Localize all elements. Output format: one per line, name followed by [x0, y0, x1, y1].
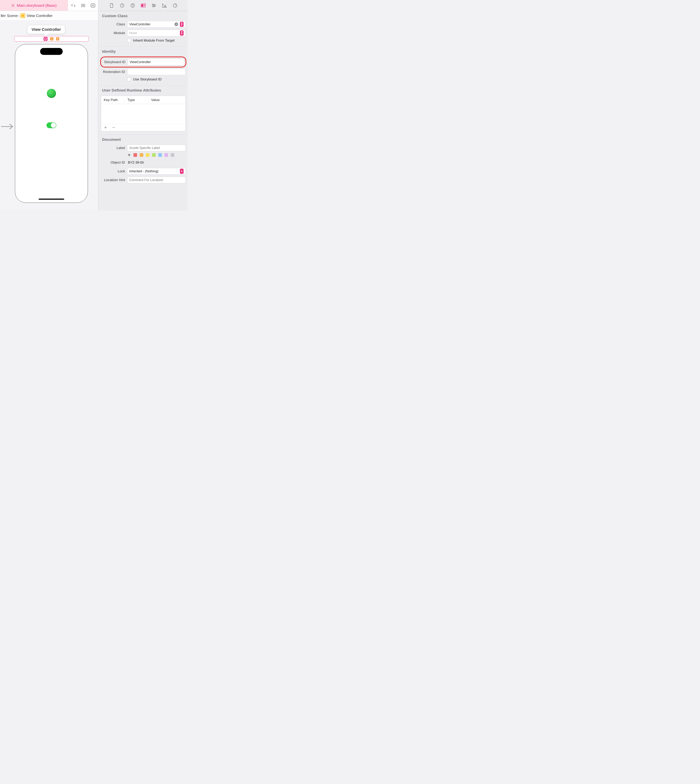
class-field[interactable]: ViewController ➔ [127, 21, 185, 28]
attributes-inspector-icon[interactable] [152, 3, 156, 8]
swatch-green[interactable] [152, 153, 156, 157]
module-placeholder: None [129, 31, 137, 35]
breadcrumb-view-controller: View Controller [27, 13, 52, 18]
class-label: Class [101, 22, 125, 26]
class-dropdown-caret-icon[interactable] [180, 22, 183, 27]
swatch-clear-icon[interactable]: ✕ [127, 153, 131, 157]
storyboard-id-highlight: Storyboard ID [100, 57, 186, 67]
uiswitch-on[interactable] [47, 122, 56, 128]
section-custom-class: Custom Class Class ViewController ➔ Modu… [99, 11, 188, 47]
localizer-hint-label: Localizer Hint [101, 178, 125, 182]
inherit-module-label: Inherit Module From Target [133, 38, 175, 42]
connections-inspector-icon[interactable] [173, 3, 177, 8]
lock-value: Inherited - (Nothing) [129, 169, 158, 173]
lock-select[interactable]: Inherited - (Nothing) [127, 168, 185, 175]
device-notch [40, 48, 63, 55]
green-circle-view[interactable] [47, 89, 56, 98]
use-storyboard-id-label: Use Storyboard ID [133, 77, 162, 81]
module-dropdown-caret-icon[interactable] [180, 30, 183, 35]
section-udra: User Defined Runtime Attributes Key Path… [99, 85, 188, 135]
chevron-right-icon: › [18, 13, 20, 18]
breadcrumb[interactable]: ller Scene › View Controller [0, 11, 98, 20]
udra-table[interactable]: Key Path Type Value ＋ － [101, 96, 185, 131]
localizer-hint-input[interactable] [127, 177, 185, 183]
udra-col-key[interactable]: Key Path [101, 98, 125, 102]
initial-view-controller-arrow[interactable] [1, 123, 15, 130]
document-color-swatches: ✕ [99, 153, 188, 158]
inherit-module-checkbox[interactable] [127, 39, 131, 42]
editor-top-bar: Main.storyboard (Base) [0, 0, 98, 11]
inspector-panel: Custom Class Class ViewController ➔ Modu… [99, 0, 188, 210]
scene-dock[interactable]: 1 E [14, 36, 88, 42]
editor-toolbar [68, 0, 98, 11]
restoration-id-label: Restoration ID [101, 70, 125, 74]
view-controller-dock-icon[interactable] [43, 37, 48, 41]
breadcrumb-scene: ller Scene [1, 13, 18, 18]
svg-point-8 [153, 6, 154, 7]
exit-icon[interactable]: E [56, 37, 59, 40]
udra-remove-button[interactable]: － [111, 125, 116, 129]
swatch-red[interactable] [133, 153, 137, 157]
object-id-label: Object ID [101, 160, 125, 165]
svg-point-7 [154, 5, 155, 6]
inspector-tabbar [99, 0, 188, 11]
device-frame[interactable] [15, 44, 88, 203]
history-inspector-icon[interactable] [120, 3, 125, 8]
editor-area: Main.storyboard (Base) ller Scene › [0, 0, 98, 210]
svg-point-3 [133, 7, 133, 7]
size-inspector-icon[interactable] [162, 3, 167, 8]
file-inspector-icon[interactable] [109, 3, 114, 8]
udra-body[interactable] [101, 104, 185, 124]
object-id-value: BYZ-38-t0r [127, 159, 185, 166]
go-to-class-icon[interactable]: ➔ [175, 22, 178, 26]
scene-title-bubble[interactable]: View Controller [27, 25, 65, 34]
udra-col-value[interactable]: Value [148, 98, 185, 102]
section-header-udra: User Defined Runtime Attributes [99, 85, 188, 95]
document-label-label: Label [101, 146, 125, 150]
svg-point-6 [153, 4, 153, 5]
section-identity: Identity Storyboard ID Restoration ID Us… [99, 47, 188, 85]
udra-footer: ＋ － [101, 124, 185, 131]
add-editor-icon[interactable] [90, 3, 95, 8]
module-select[interactable]: None [127, 30, 185, 36]
udra-col-type[interactable]: Type [125, 98, 148, 102]
back-forward-icon[interactable] [71, 3, 76, 8]
swatch-gray[interactable] [171, 153, 174, 157]
udra-header-row: Key Path Type Value [101, 96, 185, 104]
restoration-id-input[interactable] [127, 68, 185, 75]
document-label-input[interactable] [127, 145, 185, 151]
svg-rect-5 [142, 4, 143, 7]
storyboard-icon [11, 3, 15, 7]
storyboard-id-label: Storyboard ID [102, 60, 125, 64]
swatch-purple[interactable] [165, 153, 168, 157]
storyboard-canvas[interactable]: View Controller 1 E [0, 20, 98, 210]
file-tab-label: Main.storyboard (Base) [17, 3, 57, 8]
class-value: ViewController [129, 22, 150, 26]
section-header-document: Document [99, 135, 188, 144]
module-label: Module [101, 31, 125, 35]
swatch-yellow[interactable] [146, 153, 150, 157]
file-tab-main-storyboard[interactable]: Main.storyboard (Base) [0, 0, 68, 11]
first-responder-icon[interactable]: 1 [50, 37, 53, 40]
section-header-identity: Identity [99, 47, 188, 56]
view-controller-icon [20, 13, 25, 18]
swatch-orange[interactable] [140, 153, 143, 157]
section-document: Document Label ✕ Object ID BYZ-38-t0r Lo… [99, 135, 188, 187]
help-inspector-icon[interactable] [130, 3, 135, 8]
udra-add-button[interactable]: ＋ [103, 125, 108, 129]
use-storyboard-id-checkbox[interactable] [127, 77, 131, 81]
storyboard-id-input[interactable] [128, 59, 184, 65]
identity-inspector-icon[interactable] [141, 3, 146, 8]
swatch-blue[interactable] [158, 153, 162, 157]
lock-dropdown-caret-icon[interactable] [180, 169, 183, 174]
lock-label: Lock [101, 169, 125, 173]
home-indicator [38, 199, 64, 200]
section-header-custom-class: Custom Class [99, 11, 188, 20]
adjust-editor-options-icon[interactable] [80, 3, 86, 8]
